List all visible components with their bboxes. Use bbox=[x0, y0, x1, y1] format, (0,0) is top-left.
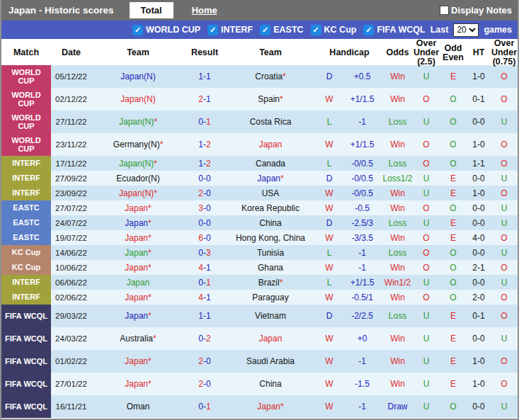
over-under-075-result: O bbox=[491, 233, 518, 243]
filter-item-fifa-wcql[interactable]: ✓FIFA WCQL bbox=[363, 25, 425, 35]
match-row: INTERF17/11/22Japan(N)*1-2CanadaL-0/0.5L… bbox=[1, 156, 518, 171]
competition-badge: WORLD CUP bbox=[1, 88, 51, 110]
over-under-075-result: U bbox=[491, 402, 518, 412]
halftime-score: 2-1 bbox=[467, 263, 491, 273]
halftime-score: 0-0 bbox=[467, 203, 491, 213]
match-row: FIFA WCQL27/01/22Japan*2-0ChinaW-1.5WinU… bbox=[1, 373, 518, 395]
competition-badge: EASTC bbox=[1, 200, 51, 215]
home-star-icon: * bbox=[148, 203, 152, 213]
over-under-075-result: U bbox=[491, 334, 518, 344]
col-header-team1: Team bbox=[91, 48, 185, 57]
tab-total[interactable]: Total bbox=[130, 2, 173, 18]
halftime-score: 0-0 bbox=[467, 248, 491, 258]
odd-even-result: E bbox=[440, 356, 467, 366]
checkbox-checked-icon[interactable]: ✓ bbox=[363, 25, 374, 35]
halftime-score: 0-0 bbox=[467, 278, 491, 288]
handicap-value: -1 bbox=[342, 263, 382, 273]
display-notes-control: Display Notes bbox=[440, 5, 512, 16]
result-letter: W bbox=[316, 379, 342, 389]
games-count-select[interactable]: 20 bbox=[453, 23, 479, 37]
match-score: 1-2 bbox=[185, 159, 224, 169]
halftime-score: 1-0 bbox=[467, 188, 491, 198]
match-date: 23/09/22 bbox=[51, 189, 91, 198]
away-team: Tunisia bbox=[257, 248, 284, 258]
halftime-score: 0-0 bbox=[467, 218, 491, 228]
competition-badge: KC Cup bbox=[1, 245, 51, 260]
halftime-score: 4-0 bbox=[467, 233, 491, 243]
halftime-score: 1-0 bbox=[467, 379, 491, 389]
handicap-odds-result: Win bbox=[382, 334, 413, 344]
handicap-odds-result: Win bbox=[382, 188, 413, 198]
checkbox-checked-icon[interactable]: ✓ bbox=[207, 25, 218, 35]
col-header-handicap: Handicap bbox=[316, 48, 382, 57]
odd-even-result: E bbox=[440, 334, 467, 344]
home-team: Japan* bbox=[125, 203, 151, 213]
competition-badge: FIFA WCQL bbox=[1, 350, 51, 373]
result-letter: W bbox=[316, 356, 342, 366]
odd-even-result: E bbox=[440, 311, 467, 321]
home-team: Australia* bbox=[120, 334, 156, 344]
home-star-icon: * bbox=[148, 218, 152, 228]
match-date: 10/06/22 bbox=[51, 263, 91, 272]
match-score: 0-1 bbox=[185, 278, 224, 288]
over-under-075-result: U bbox=[491, 278, 518, 288]
match-date: 16/11/21 bbox=[51, 402, 91, 411]
checkbox-checked-icon[interactable]: ✓ bbox=[311, 25, 321, 35]
away-team: Spain* bbox=[258, 94, 283, 104]
odd-even-result: O bbox=[440, 159, 467, 169]
checkbox-checked-icon[interactable]: ✓ bbox=[260, 25, 270, 35]
match-row: EASTC24/07/22Japan*0-0ChinaD-2.5/3LossUE… bbox=[1, 215, 518, 230]
competition-badge: WORLD CUP bbox=[1, 110, 51, 133]
halftime-score: 1-0 bbox=[467, 356, 491, 366]
result-letter: D bbox=[316, 218, 342, 228]
home-team: Japan* bbox=[125, 356, 151, 366]
halftime-score: 0-0 bbox=[467, 334, 491, 344]
over-under-25-result: O bbox=[413, 203, 440, 213]
home-team: Japan* bbox=[125, 233, 151, 243]
handicap-value: -0/0.5 bbox=[342, 159, 382, 169]
home-team: Japan(N) bbox=[120, 72, 155, 81]
home-team: Japan* bbox=[125, 218, 151, 228]
match-score: 2-1 bbox=[185, 94, 224, 104]
result-letter: D bbox=[316, 72, 342, 81]
match-score: 2-0 bbox=[185, 356, 224, 366]
away-team: Croatia* bbox=[255, 72, 285, 81]
competition-badge: FIFA WCQL bbox=[1, 305, 51, 327]
handicap-value: -1 bbox=[342, 248, 382, 258]
home-team: Japan* bbox=[125, 293, 151, 302]
checkbox-checked-icon[interactable]: ✓ bbox=[132, 25, 143, 35]
home-star-icon: * bbox=[148, 311, 152, 321]
handicap-odds-result: Win bbox=[382, 72, 413, 81]
filter-item-world-cup[interactable]: ✓WORLD CUP bbox=[132, 25, 200, 35]
handicap-odds-result: Win bbox=[382, 140, 413, 149]
col-header-odds: Odds bbox=[382, 48, 413, 57]
handicap-value: -1 bbox=[342, 117, 382, 127]
over-under-25-result: O bbox=[413, 159, 440, 169]
handicap-value: -0/0.5 bbox=[342, 174, 382, 183]
match-date: 14/06/22 bbox=[51, 249, 91, 257]
result-letter: W bbox=[316, 140, 342, 149]
away-team: Paraguay bbox=[252, 293, 288, 302]
filter-item-kc-cup[interactable]: ✓KC Cup bbox=[311, 25, 357, 35]
home-star-icon: * bbox=[280, 174, 284, 183]
tab-home[interactable]: Home bbox=[181, 2, 229, 18]
away-team: Korea Republic bbox=[241, 203, 300, 213]
handicap-odds-result: Loss bbox=[382, 159, 413, 169]
competition-badge: EASTC bbox=[1, 215, 51, 230]
result-letter: W bbox=[316, 402, 342, 412]
over-under-25-result: O bbox=[413, 94, 440, 104]
halftime-score: 0-1 bbox=[467, 94, 491, 104]
filter-bar: ✓WORLD CUP✓INTERF✓EASTC✓KC Cup✓FIFA WCQL… bbox=[1, 21, 518, 39]
col-header-over-under-25: Over Under (2.5) bbox=[413, 39, 440, 67]
match-row: INTERF27/09/22Ecuador(N)0-0Japan*D-0/0.5… bbox=[1, 171, 518, 186]
result-letter: L bbox=[316, 159, 342, 169]
filter-item-interf[interactable]: ✓INTERF bbox=[207, 25, 253, 35]
odd-even-result: O bbox=[440, 293, 467, 302]
handicap-value: +0.5 bbox=[342, 72, 382, 81]
display-notes-checkbox[interactable] bbox=[440, 6, 449, 15]
over-under-075-result: O bbox=[491, 293, 518, 302]
match-score: 2-0 bbox=[185, 379, 224, 389]
result-letter: L bbox=[316, 278, 342, 288]
filter-item-eastc[interactable]: ✓EASTC bbox=[260, 25, 303, 35]
handicap-odds-result: Win1/2 bbox=[382, 278, 413, 288]
